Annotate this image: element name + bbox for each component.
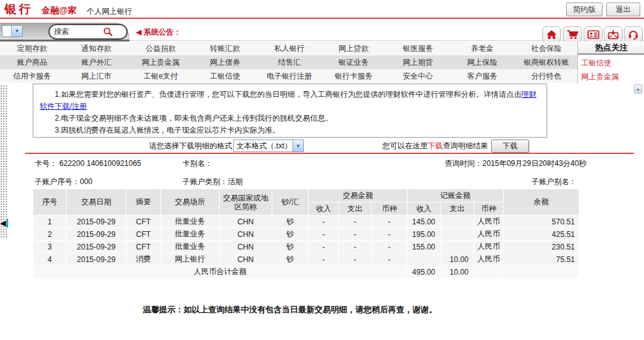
table-row: 3 2015-09-29 CFT 批量业务 CHN 钞 - - - 155.00…: [33, 241, 579, 253]
col-header-trade-currency: 币种: [372, 202, 408, 216]
hot-topics-panel: 热点关注 工银信使 网上贵金属: [577, 41, 644, 84]
result-section-divider: [25, 153, 634, 154]
search-box[interactable]: [48, 24, 128, 40]
nav-item-online-futures[interactable]: 网上期货: [386, 55, 450, 69]
notice-line-2: 2.电子现金交易明细不含未达账项，即未包含商户还未上传到我行的脱机交易信息。: [40, 112, 540, 124]
transactions-table: 序号 交易日期 摘要 交易场所 交易国家或地区简称 钞/汇 交易金额 记账金额 …: [33, 189, 579, 278]
page-subtitle: 个人网上银行: [87, 6, 132, 17]
nav-item-branch-features[interactable]: 分行特色: [514, 69, 579, 83]
cell-booked-currency: 人民币: [474, 253, 504, 266]
subaccount-type-label: 子账户类别：: [182, 177, 228, 186]
nav-item-fixed-deposit[interactable]: 定期存款: [0, 41, 64, 55]
nav-item-customer-service[interactable]: 客户服务: [450, 69, 514, 83]
cell-date: 2015-09-29: [67, 253, 126, 266]
nav-item-bank-merchant-transfer[interactable]: 银商银权转账: [514, 55, 579, 69]
cell-cash: 钞: [272, 253, 309, 266]
cell-seq: 4: [33, 253, 67, 266]
subaccount-type-value: 活期: [228, 177, 243, 186]
search-icon[interactable]: [103, 27, 113, 36]
cell-country: CHN: [219, 241, 272, 253]
panel-grip-strip: [0, 85, 8, 238]
cell-booked-currency: 人民币: [474, 228, 504, 241]
contacts-button[interactable]: [584, 26, 602, 42]
notice-box: 1.如果您需要对您的银行资产、负债进行管理，您可以下载您的当日明细，导入工商银行…: [33, 84, 547, 138]
nav-item-icbc-messenger[interactable]: 工银信使: [193, 69, 257, 83]
cell-booked-income: 145.00: [408, 216, 441, 228]
nav-item-private-banking[interactable]: 私人银行: [257, 41, 321, 55]
cell-trade-currency: -: [372, 216, 408, 228]
nav-item-online-forex-market[interactable]: 网上汇市: [64, 69, 128, 83]
col-header-trade-expense: 支出: [339, 202, 372, 216]
cell-seq: 1: [33, 216, 67, 228]
subaccount-seq-field: 子账户序号：000: [35, 177, 92, 187]
download-hint-link[interactable]: 下载: [428, 141, 443, 151]
icbc-personal-banking-page: 银行 金融@家 个人网上银行 简约版 退出 ▼ ◀系统公告：: [0, 0, 644, 340]
hot-topic-icbc-messenger[interactable]: 工银信使: [578, 55, 644, 69]
nav-item-account-forex[interactable]: 账户外汇: [64, 55, 128, 69]
nav-item-forex-settlement[interactable]: 结售汇: [257, 55, 321, 69]
nav-item-online-insurance[interactable]: 网上保险: [450, 55, 514, 69]
nav-item-bank-securities[interactable]: 银证业务: [321, 55, 386, 69]
nav-item-ebanking-register[interactable]: 电子银行注册: [257, 69, 321, 83]
cell-seq: 3: [33, 241, 67, 253]
hot-topic-online-gold[interactable]: 网上贵金属: [578, 69, 644, 82]
notice-line-1: 1.如果您需要对您的银行资产、负债进行管理，您可以下载您的当日明细，导入工商银行…: [40, 89, 540, 112]
cell-place: 批量业务: [161, 241, 219, 253]
cell-trade-currency: -: [372, 253, 408, 266]
nav-item-icbc-epay[interactable]: 工银e支付: [128, 69, 192, 83]
col-header-balance: 余额: [504, 189, 579, 216]
cell-trade-income: -: [309, 216, 339, 228]
nav-item-account-products[interactable]: 账户商品: [0, 55, 64, 69]
nav-item-pension[interactable]: 养老金: [450, 41, 514, 55]
cell-cash: 钞: [272, 228, 309, 241]
cell-date: 2015-09-29: [67, 216, 126, 228]
customer-service-button[interactable]: [624, 26, 643, 42]
logout-button[interactable]: 退出: [606, 3, 640, 16]
cell-trade-currency: -: [372, 228, 408, 241]
cell-cash: 钞: [272, 241, 309, 253]
hot-topics-title: 热点关注: [578, 41, 644, 55]
download-format-value: 文本格式（.txt）: [234, 141, 292, 151]
cell-date: 2015-09-29: [67, 241, 126, 253]
col-group-trade-amount: 交易金额: [309, 189, 408, 202]
chevron-down-icon[interactable]: ▼: [11, 26, 22, 36]
nav-item-online-gold[interactable]: 网上贵金属: [128, 55, 192, 69]
col-header-booked-expense: 支出: [441, 202, 474, 216]
shopping-cart-button[interactable]: [563, 26, 582, 42]
nav-item-transfer-remit[interactable]: 转账汇款: [193, 41, 257, 55]
simple-version-button[interactable]: 简约版: [566, 3, 602, 16]
nav-item-bank-medical[interactable]: 银医服务: [386, 41, 450, 55]
cell-booked-income: 155.00: [408, 241, 441, 253]
col-header-country: 交易国家或地区简称: [219, 189, 272, 216]
cell-trade-expense: -: [339, 216, 372, 228]
nav-item-online-bonds[interactable]: 网上债券: [193, 55, 257, 69]
cell-summary: CFT: [126, 216, 161, 228]
cell-country: CHN: [219, 253, 272, 266]
nav-item-notice-deposit[interactable]: 通知存款: [64, 41, 128, 55]
chevron-down-icon[interactable]: ▼: [292, 141, 303, 151]
subaccount-seq-label: 子账户序号：: [35, 177, 80, 186]
search-input[interactable]: [53, 27, 103, 37]
cell-trade-expense: -: [339, 228, 372, 241]
collapse-panel-arrow[interactable]: ◀: [0, 218, 10, 228]
cell-booked-currency: 人民币: [474, 241, 504, 253]
nav-item-security-center[interactable]: 安全中心: [386, 69, 450, 83]
subaccount-alias-label: 子账户别名：: [531, 177, 577, 187]
query-time-value: 2015年09月29日20时43分40秒: [482, 159, 586, 168]
cell-country: CHN: [219, 228, 272, 241]
mail-download-icon: [608, 30, 619, 40]
quick-menu-select[interactable]: ▼: [2, 25, 23, 37]
nav-item-online-loan[interactable]: 网上贷款: [321, 41, 386, 55]
nav-item-credit-card-service[interactable]: 信用卡服务: [0, 69, 64, 83]
home-button[interactable]: [542, 26, 561, 42]
cell-trade-expense: -: [339, 241, 372, 253]
nav-item-social-insurance[interactable]: 社会保险: [514, 41, 579, 55]
download-format-select[interactable]: 文本格式（.txt） ▼: [233, 140, 304, 152]
col-header-booked-currency: 币种: [474, 202, 504, 216]
nav-item-charity-donation[interactable]: 公益捐款: [128, 41, 192, 55]
download-button[interactable]: 下载: [491, 140, 529, 153]
mail-download-button[interactable]: [604, 26, 623, 42]
nav-item-bank-card-service[interactable]: 银行卡服务: [321, 69, 386, 83]
scrollbar-up-button[interactable]: ▲: [634, 84, 642, 94]
total-label: 人民币合计金额: [33, 266, 408, 278]
